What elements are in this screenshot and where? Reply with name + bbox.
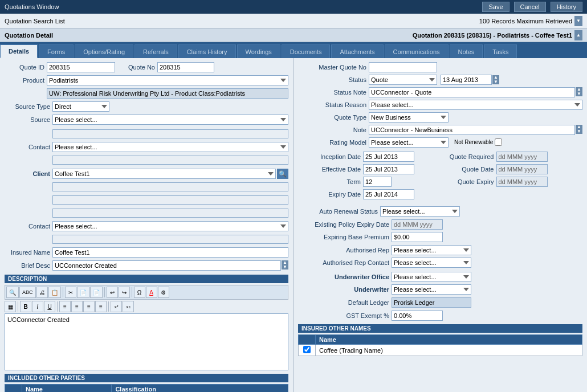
- status-note-input[interactable]: [369, 87, 575, 97]
- toolbar-align-center[interactable]: ≡: [71, 301, 83, 312]
- source-select[interactable]: Please select...: [52, 115, 288, 125]
- client-sub1: [5, 181, 288, 193]
- quote-required-input[interactable]: [496, 152, 548, 162]
- status-label: Status: [298, 76, 366, 83]
- auto-renewal-select[interactable]: Please select...: [380, 206, 460, 217]
- insured-row-checkbox[interactable]: [303, 346, 311, 353]
- save-button[interactable]: Save: [482, 2, 509, 12]
- rating-model-select[interactable]: Please select...: [369, 137, 449, 148]
- quote-date-row: Quote Date: [443, 164, 583, 174]
- toolbar-spell[interactable]: ABC: [19, 287, 36, 298]
- source-row: Source Please select...: [5, 114, 288, 125]
- tab-tasks[interactable]: Tasks: [484, 44, 517, 58]
- toolbar-font-color[interactable]: A: [146, 287, 157, 298]
- contact-label: Contact: [5, 144, 50, 150]
- toolbar-omega[interactable]: Ω: [134, 287, 145, 298]
- toolbar-paste[interactable]: 📋: [48, 287, 61, 298]
- insured-name-input[interactable]: [52, 247, 288, 258]
- tab-forms[interactable]: Forms: [39, 44, 74, 58]
- tab-documents[interactable]: Documents: [282, 44, 331, 58]
- toolbar-copy[interactable]: 📄: [77, 287, 89, 298]
- toolbar-sep6: [108, 301, 109, 312]
- toolbar-justify[interactable]: ≡: [95, 301, 107, 312]
- not-renewable-checkbox[interactable]: [495, 138, 502, 146]
- quote-no-input[interactable]: [157, 62, 214, 72]
- tab-details[interactable]: Details: [0, 44, 38, 58]
- client-select[interactable]: Coffee Test1: [52, 169, 276, 179]
- quote-id-input[interactable]: [47, 62, 115, 72]
- tab-notes[interactable]: Notes: [450, 44, 483, 58]
- contact-extra: [52, 156, 288, 165]
- toolbar-highlight[interactable]: ⚙: [158, 287, 169, 298]
- uw-office-select[interactable]: Please select...: [392, 272, 471, 282]
- brief-desc-input[interactable]: [52, 260, 281, 271]
- quote-date-input[interactable]: [496, 164, 548, 174]
- description-editor[interactable]: UCConnector Created: [5, 313, 288, 370]
- tab-options-rating[interactable]: Options/Rating: [75, 44, 133, 58]
- auth-rep-contact-select[interactable]: Please select...: [392, 258, 471, 268]
- term-input[interactable]: [363, 177, 392, 187]
- toolbar-align-left[interactable]: ≡: [59, 301, 71, 312]
- toolbar-italic[interactable]: I: [32, 301, 43, 312]
- expiring-premium-input[interactable]: [392, 232, 443, 242]
- left-panel: Quote ID Quote No Product Podiatrists UW…: [0, 58, 294, 392]
- auth-rep-row: Authorised Rep Please select...: [298, 244, 582, 255]
- tab-referrals[interactable]: Referrals: [134, 44, 177, 58]
- note-input[interactable]: [369, 125, 575, 135]
- status-date-input[interactable]: [441, 75, 492, 85]
- product-select[interactable]: Podiatrists: [47, 75, 288, 85]
- insured-table-col-check: [299, 335, 316, 345]
- client-search-button[interactable]: 🔍: [277, 169, 288, 179]
- quote-type-select[interactable]: New Business: [369, 112, 449, 122]
- existing-policy-row: Existing Policy Expiry Date: [298, 219, 582, 230]
- search-bar: Quotation Search List 100 Records Maximu…: [0, 14, 587, 28]
- rating-model-label: Rating Model: [298, 139, 366, 146]
- toolbar-bold[interactable]: B: [20, 301, 31, 312]
- tab-wordings[interactable]: Wordings: [237, 44, 280, 58]
- contact2-select[interactable]: Please select...: [52, 221, 288, 231]
- status-note-down[interactable]: ▼: [576, 92, 582, 96]
- detail-bar-label: Quotation Detail: [5, 32, 53, 39]
- auth-rep-select[interactable]: Please select...: [392, 245, 471, 255]
- expiry-date-input[interactable]: [363, 189, 414, 199]
- toolbar-paste2[interactable]: 📄: [90, 287, 103, 298]
- source-type-select[interactable]: Direct: [52, 101, 109, 112]
- inception-date-input[interactable]: [363, 152, 414, 162]
- tab-claims-history[interactable]: Claims History: [178, 44, 236, 58]
- brief-desc-down[interactable]: ▼: [282, 265, 288, 270]
- note-down[interactable]: ▼: [576, 129, 582, 134]
- gst-exempt-input[interactable]: [392, 311, 443, 321]
- master-quote-input[interactable]: [369, 62, 437, 72]
- toolbar-table[interactable]: ▦: [5, 301, 16, 312]
- toolbar-undo[interactable]: ↩: [107, 287, 118, 298]
- toolbar-print[interactable]: 🖨: [36, 287, 48, 298]
- status-select[interactable]: Quote: [369, 75, 437, 85]
- contact-select[interactable]: Please select...: [52, 142, 288, 152]
- client-label: Client: [5, 170, 50, 177]
- history-button[interactable]: History: [551, 2, 582, 12]
- app-title: Quotations Window: [5, 3, 59, 10]
- detail-expand-button[interactable]: ▲: [574, 30, 582, 40]
- tab-communications[interactable]: Communications: [385, 44, 449, 58]
- toolbar-cut[interactable]: ✂: [65, 287, 76, 298]
- tab-attachments[interactable]: Attachments: [331, 44, 383, 58]
- existing-policy-input[interactable]: [392, 219, 443, 230]
- toolbar-subscript[interactable]: x₂: [123, 301, 134, 312]
- status-reason-row: Status Reason Please select...: [298, 99, 582, 110]
- effective-date-input[interactable]: [363, 164, 414, 174]
- cancel-button[interactable]: Cancel: [514, 2, 546, 12]
- status-date-down[interactable]: ▼: [492, 80, 499, 84]
- records-dropdown-button[interactable]: ▼: [574, 16, 582, 26]
- quote-no-label: Quote No: [121, 64, 155, 71]
- insured-name-label: Insured Name: [5, 249, 50, 256]
- toolbar-align-right[interactable]: ≡: [83, 301, 95, 312]
- toolbar-underline[interactable]: U: [44, 301, 55, 312]
- status-reason-select[interactable]: Please select...: [369, 100, 582, 110]
- toolbar-find[interactable]: 🔍: [6, 287, 19, 298]
- quote-expiry-input[interactable]: [496, 177, 548, 187]
- included-parties-col-check: [5, 385, 22, 393]
- underwriter-select[interactable]: Please select...: [392, 284, 471, 295]
- toolbar-redo[interactable]: ↪: [119, 287, 130, 298]
- client-row: Client Coffee Test1 🔍: [5, 168, 288, 179]
- toolbar-superscript[interactable]: x²: [111, 301, 122, 312]
